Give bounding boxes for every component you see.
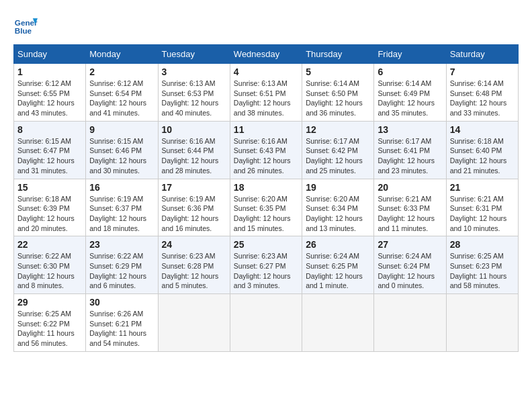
calendar-cell — [230, 294, 302, 352]
day-info: Sunrise: 6:23 AMSunset: 6:27 PMDaylight:… — [234, 251, 298, 291]
calendar-cell: 5Sunrise: 6:14 AMSunset: 6:50 PMDaylight… — [302, 64, 374, 122]
calendar-cell — [158, 294, 230, 352]
day-info: Sunrise: 6:25 AMSunset: 6:22 PMDaylight:… — [17, 309, 82, 349]
calendar-cell: 21Sunrise: 6:21 AMSunset: 6:31 PMDayligh… — [446, 179, 518, 236]
header-thursday: Thursday — [302, 45, 374, 64]
calendar-header-row: SundayMondayTuesdayWednesdayThursdayFrid… — [14, 45, 519, 64]
day-number: 5 — [306, 66, 370, 77]
calendar-week-row: 15Sunrise: 6:18 AMSunset: 6:39 PMDayligh… — [14, 179, 519, 236]
day-number: 18 — [234, 182, 298, 193]
calendar-cell — [302, 294, 374, 352]
header: General Blue — [13, 13, 519, 38]
day-number: 8 — [17, 124, 82, 135]
day-number: 14 — [450, 124, 515, 135]
day-info: Sunrise: 6:19 AMSunset: 6:37 PMDaylight:… — [89, 194, 154, 234]
day-info: Sunrise: 6:17 AMSunset: 6:41 PMDaylight:… — [378, 136, 442, 176]
header-saturday: Saturday — [446, 45, 518, 64]
day-number: 2 — [89, 66, 154, 77]
calendar-week-row: 8Sunrise: 6:15 AMSunset: 6:47 PMDaylight… — [14, 121, 519, 179]
calendar-cell: 11Sunrise: 6:16 AMSunset: 6:43 PMDayligh… — [230, 121, 302, 179]
calendar-cell: 20Sunrise: 6:21 AMSunset: 6:33 PMDayligh… — [374, 179, 446, 236]
calendar-cell: 7Sunrise: 6:14 AMSunset: 6:48 PMDaylight… — [446, 64, 518, 122]
calendar-cell: 12Sunrise: 6:17 AMSunset: 6:42 PMDayligh… — [302, 121, 374, 179]
header-monday: Monday — [86, 45, 158, 64]
day-info: Sunrise: 6:23 AMSunset: 6:28 PMDaylight:… — [162, 251, 226, 291]
calendar-cell: 13Sunrise: 6:17 AMSunset: 6:41 PMDayligh… — [374, 121, 446, 179]
calendar-cell: 22Sunrise: 6:22 AMSunset: 6:30 PMDayligh… — [14, 236, 86, 294]
calendar-cell: 10Sunrise: 6:16 AMSunset: 6:44 PMDayligh… — [158, 121, 230, 179]
day-info: Sunrise: 6:14 AMSunset: 6:50 PMDaylight:… — [306, 79, 370, 118]
calendar-cell: 3Sunrise: 6:13 AMSunset: 6:53 PMDaylight… — [158, 64, 230, 122]
calendar-cell: 17Sunrise: 6:19 AMSunset: 6:36 PMDayligh… — [158, 179, 230, 236]
day-info: Sunrise: 6:18 AMSunset: 6:39 PMDaylight:… — [17, 194, 82, 234]
day-info: Sunrise: 6:15 AMSunset: 6:46 PMDaylight:… — [89, 136, 154, 176]
day-info: Sunrise: 6:26 AMSunset: 6:21 PMDaylight:… — [89, 309, 154, 349]
day-info: Sunrise: 6:22 AMSunset: 6:30 PMDaylight:… — [17, 251, 82, 291]
calendar-cell: 15Sunrise: 6:18 AMSunset: 6:39 PMDayligh… — [14, 179, 86, 236]
calendar-cell: 8Sunrise: 6:15 AMSunset: 6:47 PMDaylight… — [14, 121, 86, 179]
calendar-cell: 30Sunrise: 6:26 AMSunset: 6:21 PMDayligh… — [86, 294, 158, 352]
calendar-cell: 29Sunrise: 6:25 AMSunset: 6:22 PMDayligh… — [14, 294, 86, 352]
day-number: 11 — [234, 124, 298, 135]
day-info: Sunrise: 6:13 AMSunset: 6:51 PMDaylight:… — [234, 79, 298, 118]
calendar-cell: 27Sunrise: 6:24 AMSunset: 6:24 PMDayligh… — [374, 236, 446, 294]
day-info: Sunrise: 6:17 AMSunset: 6:42 PMDaylight:… — [306, 136, 370, 176]
calendar-cell: 18Sunrise: 6:20 AMSunset: 6:35 PMDayligh… — [230, 179, 302, 236]
calendar-week-row: 22Sunrise: 6:22 AMSunset: 6:30 PMDayligh… — [14, 236, 519, 294]
day-number: 28 — [450, 239, 515, 250]
day-info: Sunrise: 6:14 AMSunset: 6:49 PMDaylight:… — [378, 79, 442, 118]
calendar-cell: 9Sunrise: 6:15 AMSunset: 6:46 PMDaylight… — [86, 121, 158, 179]
day-number: 3 — [162, 66, 226, 77]
day-info: Sunrise: 6:14 AMSunset: 6:48 PMDaylight:… — [450, 79, 515, 118]
day-info: Sunrise: 6:22 AMSunset: 6:29 PMDaylight:… — [89, 251, 154, 291]
day-number: 20 — [378, 182, 442, 193]
logo-icon: General Blue — [13, 13, 38, 38]
day-number: 21 — [450, 182, 515, 193]
calendar-cell — [374, 294, 446, 352]
day-number: 6 — [378, 66, 442, 77]
calendar-cell: 19Sunrise: 6:20 AMSunset: 6:34 PMDayligh… — [302, 179, 374, 236]
day-info: Sunrise: 6:24 AMSunset: 6:24 PMDaylight:… — [378, 251, 442, 291]
header-sunday: Sunday — [14, 45, 86, 64]
day-number: 24 — [162, 239, 226, 250]
calendar-cell: 4Sunrise: 6:13 AMSunset: 6:51 PMDaylight… — [230, 64, 302, 122]
day-number: 13 — [378, 124, 442, 135]
calendar-week-row: 29Sunrise: 6:25 AMSunset: 6:22 PMDayligh… — [14, 294, 519, 352]
calendar-cell: 14Sunrise: 6:18 AMSunset: 6:40 PMDayligh… — [446, 121, 518, 179]
day-number: 22 — [17, 239, 82, 250]
header-friday: Friday — [374, 45, 446, 64]
day-info: Sunrise: 6:24 AMSunset: 6:25 PMDaylight:… — [306, 251, 370, 291]
day-number: 19 — [306, 182, 370, 193]
calendar-cell: 6Sunrise: 6:14 AMSunset: 6:49 PMDaylight… — [374, 64, 446, 122]
day-number: 17 — [162, 182, 226, 193]
day-number: 7 — [450, 66, 515, 77]
calendar-cell: 1Sunrise: 6:12 AMSunset: 6:55 PMDaylight… — [14, 64, 86, 122]
calendar-table: SundayMondayTuesdayWednesdayThursdayFrid… — [13, 44, 519, 352]
day-number: 10 — [162, 124, 226, 135]
day-info: Sunrise: 6:16 AMSunset: 6:44 PMDaylight:… — [162, 136, 226, 176]
day-number: 16 — [89, 182, 154, 193]
day-number: 15 — [17, 182, 82, 193]
day-info: Sunrise: 6:21 AMSunset: 6:31 PMDaylight:… — [450, 194, 515, 234]
day-number: 25 — [234, 239, 298, 250]
day-info: Sunrise: 6:15 AMSunset: 6:47 PMDaylight:… — [17, 136, 82, 176]
calendar-week-row: 1Sunrise: 6:12 AMSunset: 6:55 PMDaylight… — [14, 64, 519, 122]
day-info: Sunrise: 6:20 AMSunset: 6:34 PMDaylight:… — [306, 194, 370, 234]
day-info: Sunrise: 6:16 AMSunset: 6:43 PMDaylight:… — [234, 136, 298, 176]
calendar-cell: 2Sunrise: 6:12 AMSunset: 6:54 PMDaylight… — [86, 64, 158, 122]
day-number: 1 — [17, 66, 82, 77]
calendar-cell: 23Sunrise: 6:22 AMSunset: 6:29 PMDayligh… — [86, 236, 158, 294]
day-number: 12 — [306, 124, 370, 135]
day-number: 27 — [378, 239, 442, 250]
day-info: Sunrise: 6:18 AMSunset: 6:40 PMDaylight:… — [450, 136, 515, 176]
header-wednesday: Wednesday — [230, 45, 302, 64]
day-number: 29 — [17, 297, 82, 308]
day-info: Sunrise: 6:19 AMSunset: 6:36 PMDaylight:… — [162, 194, 226, 234]
day-info: Sunrise: 6:20 AMSunset: 6:35 PMDaylight:… — [234, 194, 298, 234]
day-info: Sunrise: 6:21 AMSunset: 6:33 PMDaylight:… — [378, 194, 442, 234]
calendar-cell: 16Sunrise: 6:19 AMSunset: 6:37 PMDayligh… — [86, 179, 158, 236]
calendar-cell: 25Sunrise: 6:23 AMSunset: 6:27 PMDayligh… — [230, 236, 302, 294]
day-number: 26 — [306, 239, 370, 250]
logo: General Blue — [13, 13, 38, 38]
day-info: Sunrise: 6:25 AMSunset: 6:23 PMDaylight:… — [450, 251, 515, 291]
